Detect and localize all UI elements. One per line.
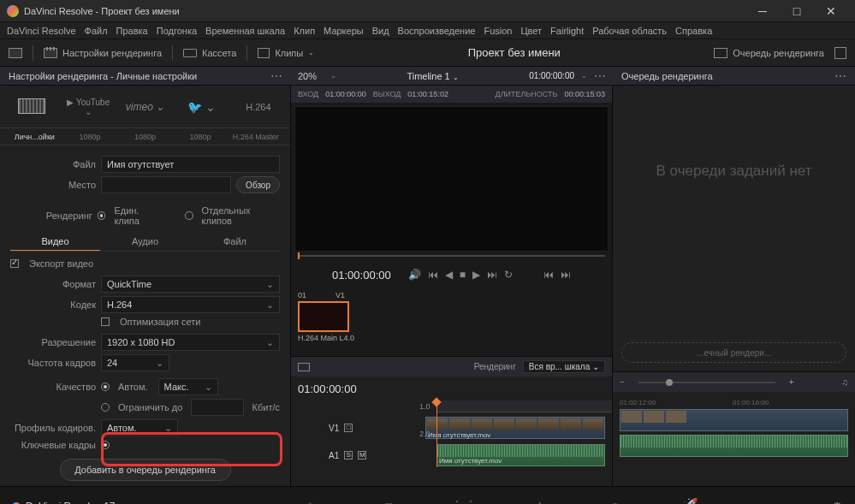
thumb-codec: H.264 Main L4.0 bbox=[298, 334, 605, 342]
video-viewer[interactable] bbox=[294, 106, 609, 252]
preset-twitter[interactable]: 🐦 ⌄ bbox=[177, 100, 227, 114]
preset-youtube[interactable]: ▶ YouTube ⌄ bbox=[63, 98, 113, 116]
viewer-menu-icon[interactable]: ⋯ bbox=[594, 69, 606, 83]
timeline-tc[interactable]: 01:00:00:00 bbox=[529, 71, 574, 80]
page-edit[interactable]: ≡ bbox=[368, 493, 409, 505]
fullscreen-toggle[interactable] bbox=[9, 48, 22, 58]
preset-label: 1080p bbox=[117, 133, 173, 141]
home-icon[interactable]: ⌂ bbox=[813, 500, 820, 505]
render-settings-panel: ▶ YouTube ⌄ vimeo ⌄ 🐦 ⌄ H.264 Личн...ойк… bbox=[0, 86, 291, 486]
menu-item[interactable]: Файл bbox=[85, 26, 108, 36]
profile-select[interactable]: Автом. bbox=[101, 419, 178, 436]
app-logo bbox=[7, 5, 19, 17]
menu-item[interactable]: Справка bbox=[675, 26, 712, 36]
page-fairlight[interactable]: ♫ bbox=[594, 493, 635, 505]
single-clip-radio[interactable] bbox=[98, 211, 106, 220]
preset-vimeo[interactable]: vimeo ⌄ bbox=[120, 101, 169, 113]
menu-item[interactable]: Fusion bbox=[484, 26, 512, 36]
clips-dropdown[interactable]: Клипы⌄ bbox=[258, 48, 314, 58]
tab-file[interactable]: Файл bbox=[190, 233, 280, 251]
track-v1-toggle[interactable]: □ bbox=[344, 424, 353, 432]
render-queue-button[interactable]: Очередь рендеринга bbox=[714, 48, 824, 58]
menu-item[interactable]: Цвет bbox=[520, 26, 542, 36]
start-render-button[interactable]: ...ечный рендери... bbox=[621, 342, 846, 363]
codec-select[interactable]: H.264 bbox=[101, 296, 280, 313]
framerate-select[interactable]: 24 bbox=[101, 354, 169, 371]
timeline: 01:00:00:00 V1□ Имя отутствует.mov A1SM … bbox=[291, 377, 612, 486]
menu-item[interactable]: Правка bbox=[116, 26, 148, 36]
track-a1-mute[interactable]: M bbox=[358, 451, 366, 460]
audio-clip-tail[interactable] bbox=[620, 435, 848, 457]
minimize-button[interactable]: ─ bbox=[745, 4, 780, 18]
preset-h264[interactable]: H.264 bbox=[234, 102, 283, 112]
step-back-icon[interactable]: ◀ bbox=[445, 269, 453, 281]
titlebar: DaVinci Resolve - Проект без имени ─ □ ✕ bbox=[0, 0, 855, 22]
zoom-pct[interactable]: 20% bbox=[298, 71, 317, 81]
resolution-select[interactable]: 1920 x 1080 HD bbox=[101, 334, 280, 351]
page-deliver[interactable]: 🚀 bbox=[669, 493, 710, 505]
zoom-out-icon[interactable]: − bbox=[620, 377, 625, 387]
menu-item[interactable]: Маркеры bbox=[324, 26, 364, 36]
tab-video[interactable]: Видео bbox=[10, 233, 100, 251]
rendering-label: Рендеринг bbox=[10, 210, 92, 221]
prev-edit-icon[interactable]: ⏮ bbox=[543, 269, 554, 281]
menu-item[interactable]: Рабочая область bbox=[592, 26, 667, 36]
netopt-check[interactable] bbox=[101, 317, 110, 326]
first-frame-icon[interactable]: ⏮ bbox=[428, 269, 438, 281]
queue-title: Очередь рендеринга bbox=[621, 71, 713, 81]
next-edit-icon[interactable]: ⏭ bbox=[561, 269, 571, 281]
video-clip[interactable]: Имя отутствует.mov bbox=[425, 417, 605, 439]
bitrate-input[interactable] bbox=[191, 399, 243, 416]
timeline-view-icon[interactable] bbox=[298, 363, 310, 371]
quality-max-select[interactable]: Макс. bbox=[158, 378, 218, 395]
browse-button[interactable]: Обзор bbox=[236, 176, 280, 193]
tab-audio[interactable]: Аудио bbox=[100, 233, 190, 251]
render-settings-button[interactable]: Настройки рендеринга bbox=[44, 48, 162, 58]
preset-custom[interactable] bbox=[7, 98, 56, 116]
menu-item[interactable]: Вид bbox=[372, 26, 389, 36]
filename-input[interactable] bbox=[101, 156, 280, 173]
location-label: Место bbox=[10, 180, 96, 190]
location-input[interactable] bbox=[101, 176, 231, 193]
menu-item[interactable]: Временная шкала bbox=[205, 26, 285, 36]
video-clip-tail[interactable] bbox=[620, 409, 848, 431]
expand-button[interactable] bbox=[834, 47, 846, 59]
maximize-button[interactable]: □ bbox=[780, 4, 814, 18]
music-icon[interactable]: ♫ bbox=[842, 377, 849, 387]
format-select[interactable]: QuickTime bbox=[101, 276, 280, 293]
step-fwd-icon[interactable]: ⏭ bbox=[487, 269, 497, 281]
tape-button[interactable]: Кассета bbox=[183, 48, 236, 58]
close-button[interactable]: ✕ bbox=[814, 4, 848, 18]
audio-clip[interactable]: Имя отутствует.mov bbox=[436, 444, 605, 466]
multi-clip-radio[interactable] bbox=[185, 211, 193, 220]
timeline-name[interactable]: Timeline 1 ⌄ bbox=[343, 71, 522, 81]
render-range-select[interactable]: Вся вр... шкала ⌄ bbox=[523, 360, 605, 373]
keyframes-auto-radio[interactable] bbox=[101, 441, 110, 449]
clip-thumbnail[interactable] bbox=[298, 301, 349, 332]
page-fusion[interactable]: ⋮⋮ bbox=[443, 493, 484, 505]
zoom-in-icon[interactable]: + bbox=[789, 377, 794, 387]
page-cut[interactable]: ✂ bbox=[293, 493, 334, 505]
loop-icon[interactable]: ↻ bbox=[504, 269, 513, 281]
page-color[interactable]: ✦ bbox=[519, 493, 560, 505]
menu-item[interactable]: Клип bbox=[294, 26, 315, 36]
timeline-ruler[interactable] bbox=[436, 400, 612, 412]
quality-auto-radio[interactable] bbox=[101, 382, 110, 391]
play-icon[interactable]: ▶ bbox=[472, 269, 480, 281]
queue-menu-icon[interactable]: ⋯ bbox=[834, 69, 846, 83]
mute-icon[interactable]: 🔊 bbox=[408, 269, 421, 281]
menu-item[interactable]: Fairlight bbox=[550, 26, 584, 36]
add-to-queue-button[interactable]: Добавить в очередь рендеринга bbox=[60, 459, 231, 481]
settings-menu-icon[interactable]: ⋯ bbox=[270, 69, 282, 83]
framerate-label: Частота кадров bbox=[10, 358, 96, 368]
settings-title: Настройки рендеринга - Личные настройки bbox=[9, 71, 197, 81]
menu-item[interactable]: Воспроизведение bbox=[398, 26, 476, 36]
page-media[interactable]: ▭ bbox=[217, 493, 258, 505]
menu-item[interactable]: DaVinci Resolve bbox=[7, 26, 76, 36]
settings-icon[interactable]: ⚙ bbox=[832, 500, 843, 505]
track-a1-solo[interactable]: S bbox=[344, 451, 353, 460]
menu-item[interactable]: Подгонка bbox=[157, 26, 197, 36]
quality-limit-radio[interactable] bbox=[101, 403, 110, 412]
export-video-check[interactable] bbox=[10, 259, 19, 268]
stop-icon[interactable]: ■ bbox=[460, 269, 466, 281]
